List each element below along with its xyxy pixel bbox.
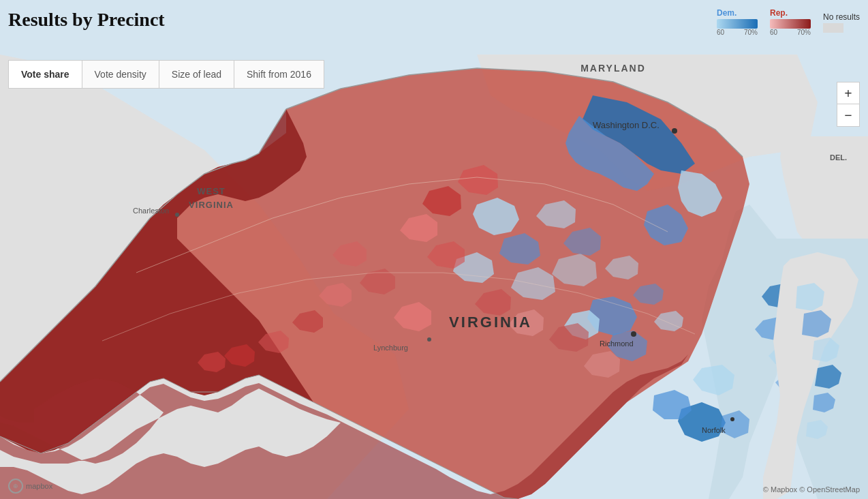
legend: Dem. 60 70% Rep. 60 70% No results: [717, 8, 860, 36]
svg-text:DEL.: DEL.: [830, 153, 847, 162]
tab-vote-density[interactable]: Vote density: [82, 61, 159, 88]
dem-ticks: 60 70%: [717, 29, 758, 36]
svg-text:VIRGINIA: VIRGINIA: [189, 200, 234, 210]
no-results-box: [823, 23, 843, 33]
attribution-text: © Mapbox © OpenStreetMap: [763, 485, 860, 494]
rep-ticks: 60 70%: [770, 29, 811, 36]
rep-legend: Rep. 60 70%: [770, 8, 811, 36]
no-results-legend: No results: [823, 12, 860, 33]
svg-text:Norfolk: Norfolk: [702, 426, 726, 434]
header: Results by Precinct: [8, 8, 165, 31]
mapbox-logo-text: mapbox: [26, 482, 52, 490]
svg-point-14: [730, 417, 734, 421]
no-results-label: No results: [823, 12, 860, 22]
zoom-out-button[interactable]: −: [837, 104, 859, 126]
tab-shift-from-2016[interactable]: Shift from 2016: [234, 61, 324, 88]
zoom-in-button[interactable]: +: [837, 82, 859, 104]
rep-tick-60: 60: [770, 29, 777, 36]
dem-tick-60: 60: [717, 29, 724, 36]
rep-label: Rep.: [770, 8, 788, 18]
tab-size-of-lead[interactable]: Size of lead: [159, 61, 234, 88]
svg-text:Richmond: Richmond: [600, 339, 634, 348]
tab-vote-share[interactable]: Vote share: [9, 61, 82, 88]
rep-tick-70: 70%: [797, 29, 811, 36]
svg-text:MARYLAND: MARYLAND: [580, 63, 646, 74]
svg-point-6: [672, 128, 677, 134]
svg-point-10: [427, 337, 431, 342]
svg-text:WEST: WEST: [197, 186, 226, 196]
attribution: © Mapbox © OpenStreetMap: [763, 485, 860, 494]
rep-gradient: [770, 19, 811, 29]
svg-point-8: [175, 213, 179, 217]
rep-gradient-bar: [770, 19, 811, 29]
dem-gradient-bar: [717, 19, 758, 29]
dem-tick-70: 70%: [744, 29, 758, 36]
tabs-container: Vote share Vote density Size of lead Shi…: [8, 60, 324, 89]
dem-legend: Dem. 60 70%: [717, 8, 758, 36]
dem-label: Dem.: [717, 8, 737, 18]
svg-text:Lynchburg: Lynchburg: [373, 344, 408, 352]
dem-gradient: [717, 19, 758, 29]
zoom-controls: + −: [837, 82, 860, 127]
svg-text:Charleston: Charleston: [133, 207, 169, 215]
mapbox-circle-icon: ⊕: [8, 479, 23, 494]
mapbox-logo: ⊕ mapbox: [8, 479, 52, 494]
page-title: Results by Precinct: [8, 8, 165, 31]
svg-text:VIRGINIA: VIRGINIA: [449, 314, 532, 331]
svg-point-12: [631, 331, 636, 337]
svg-text:Washington D.C.: Washington D.C.: [593, 120, 660, 130]
